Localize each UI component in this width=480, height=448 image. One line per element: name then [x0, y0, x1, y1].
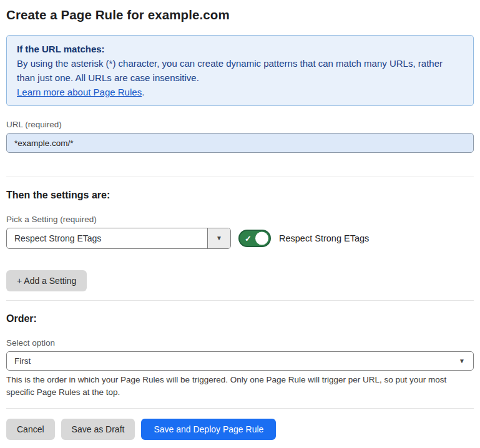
callout-body: By using the asterisk (*) character, you…: [17, 56, 463, 85]
url-match-callout: If the URL matches: By using the asteris…: [6, 35, 474, 106]
divider: [6, 177, 474, 177]
save-draft-button[interactable]: Save as Draft: [61, 419, 135, 440]
page-title: Create a Page Rule for example.com: [6, 7, 474, 22]
divider: [6, 300, 474, 301]
cancel-button[interactable]: Cancel: [6, 419, 55, 440]
add-setting-button[interactable]: + Add a Setting: [6, 270, 87, 291]
setting-select-arrow-button[interactable]: ▼: [207, 228, 230, 248]
setting-select[interactable]: Respect Strong ETags ▼: [6, 228, 231, 249]
order-select[interactable]: First ▼: [6, 351, 474, 371]
order-select-caret-area: ▼: [459, 352, 473, 370]
callout-link-line: Learn more about Page Rules.: [17, 85, 463, 99]
setting-select-value: Respect Strong ETags: [7, 228, 207, 248]
link-suffix: .: [142, 87, 144, 97]
setting-row: Respect Strong ETags ▼ ✓ Respect Strong …: [6, 228, 474, 249]
save-deploy-button[interactable]: Save and Deploy Page Rule: [141, 419, 276, 440]
toggle-label: Respect Strong ETags: [279, 233, 369, 243]
check-icon: ✓: [245, 234, 252, 243]
url-label: URL (required): [6, 120, 474, 129]
callout-heading: If the URL matches:: [17, 42, 463, 56]
order-select-label: Select option: [6, 338, 474, 348]
order-select-value: First: [7, 352, 459, 370]
setting-picker-label: Pick a Setting (required): [6, 215, 474, 224]
order-heading: Order:: [6, 313, 474, 324]
page-rules-help-link[interactable]: Learn more about Page Rules: [17, 87, 142, 97]
etag-toggle[interactable]: ✓: [238, 230, 271, 247]
divider: [6, 408, 474, 409]
url-input[interactable]: [6, 133, 474, 153]
chevron-down-icon: ▼: [459, 358, 465, 364]
chevron-down-icon: ▼: [216, 235, 222, 241]
footer-actions: Cancel Save as Draft Save and Deploy Pag…: [6, 419, 474, 440]
settings-heading: Then the settings are:: [6, 190, 474, 201]
order-help-text: This is the order in which your Page Rul…: [6, 374, 474, 399]
toggle-knob: [255, 232, 268, 245]
